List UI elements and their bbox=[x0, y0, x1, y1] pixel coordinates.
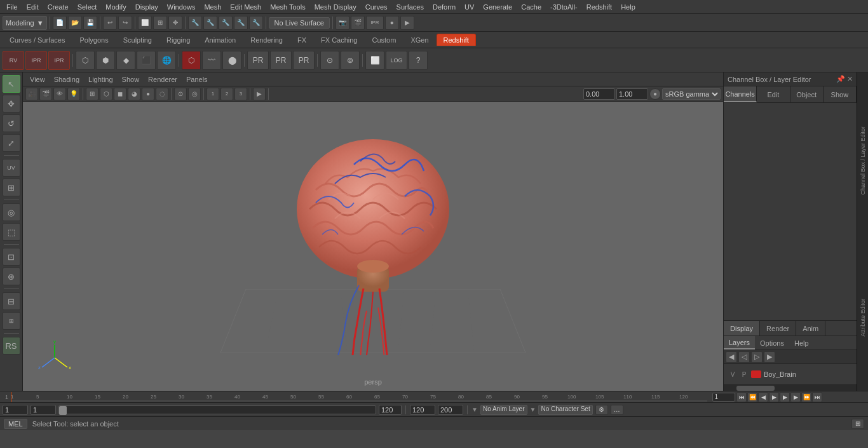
save-file-btn[interactable]: 💾 bbox=[83, 16, 97, 30]
vp-camera-btn[interactable]: 🎥 bbox=[25, 88, 38, 100]
rs-icon-10[interactable]: 〰 bbox=[202, 51, 221, 70]
tab-polygons[interactable]: Polygons bbox=[72, 34, 115, 46]
rs-icon-11[interactable]: ⬤ bbox=[222, 51, 241, 70]
menu-mesh-display[interactable]: Mesh Display bbox=[311, 2, 360, 12]
redshift-btn[interactable]: ● bbox=[385, 16, 399, 30]
curve-btn[interactable]: 🔧 bbox=[234, 16, 248, 30]
menu-cache[interactable]: Cache bbox=[517, 2, 545, 12]
select-btn[interactable]: ⬜ bbox=[138, 16, 152, 30]
rs-icon-5[interactable]: ⬢ bbox=[96, 51, 115, 70]
select-tool-btn[interactable]: ↖ bbox=[3, 75, 20, 93]
menu-select[interactable]: Select bbox=[74, 2, 101, 12]
rs-icon-2[interactable]: IPR bbox=[25, 51, 47, 70]
viewport[interactable]: View Shading Lighting Show Renderer Pane… bbox=[23, 72, 723, 391]
scale-btn[interactable]: ⤢ bbox=[3, 134, 20, 152]
vp-gamma-select[interactable]: sRGB gamma bbox=[662, 88, 721, 100]
vp-isolate-btn[interactable]: ◎ bbox=[188, 88, 201, 100]
ipr-btn[interactable]: IPR bbox=[366, 16, 384, 30]
rp-tab-channels[interactable]: Channels bbox=[724, 86, 757, 102]
menu-create[interactable]: Create bbox=[44, 2, 72, 12]
camera-btn[interactable]: 📷 bbox=[336, 16, 349, 30]
rs-icon-13[interactable]: PR bbox=[270, 51, 292, 70]
vp-shade-btn[interactable]: ◕ bbox=[128, 88, 140, 100]
menu-curves[interactable]: Curves bbox=[362, 2, 391, 12]
vp-menu-shading[interactable]: Shading bbox=[51, 74, 83, 85]
vp-eye-btn[interactable]: 👁 bbox=[53, 88, 66, 100]
prev-frame-btn[interactable]: ◀ bbox=[758, 392, 768, 402]
vp-menu-show[interactable]: Show bbox=[119, 74, 143, 85]
rs-icon-1[interactable]: RV bbox=[3, 51, 24, 70]
layer-next2-btn[interactable]: ▷ bbox=[751, 351, 763, 363]
next-key-btn[interactable]: ⏩ bbox=[801, 392, 811, 402]
snap-btn[interactable]: ⊞ bbox=[153, 16, 167, 30]
lst-tab-layers[interactable]: Layers bbox=[724, 336, 755, 350]
vp-gamma-toggle[interactable]: ● bbox=[649, 88, 661, 100]
no-char-set-dropdown[interactable]: No Character Set bbox=[538, 405, 592, 415]
vp-menu-view[interactable]: View bbox=[27, 74, 48, 85]
playback-end-input[interactable] bbox=[438, 405, 463, 415]
vp-menu-panels[interactable]: Panels bbox=[183, 74, 211, 85]
rs-icon-15[interactable]: ⊙ bbox=[320, 51, 339, 70]
grid-btn[interactable]: ⊕ bbox=[3, 268, 20, 285]
layer-next-btn[interactable]: ▶ bbox=[764, 351, 775, 363]
tab-xgen[interactable]: XGen bbox=[403, 34, 435, 46]
menu-help[interactable]: Help bbox=[617, 2, 639, 12]
rs-icon-7[interactable]: ⬛ bbox=[137, 51, 156, 70]
undo-btn[interactable]: ↩ bbox=[103, 16, 117, 30]
goto-end-btn[interactable]: ⏭ bbox=[812, 392, 822, 402]
menu-modify[interactable]: Modify bbox=[102, 2, 130, 12]
workspace-dropdown[interactable]: Modeling ▼ bbox=[3, 16, 47, 30]
menu-edit-mesh[interactable]: Edit Mesh bbox=[226, 2, 265, 12]
vp-res3-btn[interactable]: 3 bbox=[234, 88, 247, 100]
menu-mesh[interactable]: Mesh bbox=[200, 2, 225, 12]
menu-windows[interactable]: Windows bbox=[163, 2, 200, 12]
snap-grid-btn[interactable]: ⊞ bbox=[3, 179, 20, 196]
show-hide-btn[interactable]: ⬚ bbox=[3, 223, 20, 241]
tab-custom[interactable]: Custom bbox=[365, 34, 403, 46]
vp-grid-btn[interactable]: ⊞ bbox=[86, 88, 98, 100]
menu-file[interactable]: File bbox=[3, 2, 22, 12]
rs-icon-17[interactable]: ⬜ bbox=[365, 51, 384, 70]
range-end-input[interactable] bbox=[379, 405, 402, 415]
end-frame-input2[interactable] bbox=[31, 405, 56, 415]
vp-light-btn[interactable]: 💡 bbox=[67, 88, 80, 100]
quick-layout-btn[interactable]: ⊞ bbox=[3, 312, 20, 330]
transform-btn[interactable]: ✥ bbox=[3, 95, 20, 112]
playback-start-input[interactable] bbox=[410, 405, 435, 415]
rs-icon-4[interactable]: ⬡ bbox=[76, 51, 95, 70]
tab-rigging[interactable]: Rigging bbox=[159, 34, 197, 46]
mel-toggle[interactable]: MEL bbox=[4, 419, 27, 429]
vp-coord-x[interactable] bbox=[583, 88, 615, 100]
layer-item[interactable]: V P Boy_Brain bbox=[726, 367, 854, 382]
panel-pin-btn[interactable]: 📌 bbox=[836, 75, 845, 83]
tab-fx[interactable]: FX bbox=[290, 34, 313, 46]
panel-close-btn[interactable]: ✕ bbox=[847, 75, 853, 83]
goto-start-btn[interactable]: ⏮ bbox=[736, 392, 747, 402]
anim-slider[interactable] bbox=[58, 405, 376, 414]
render2-btn[interactable]: ▶ bbox=[400, 16, 414, 30]
tab-fx-caching[interactable]: FX Caching bbox=[314, 34, 364, 46]
vp-menu-renderer[interactable]: Renderer bbox=[145, 74, 180, 85]
layer-prev-btn[interactable]: ◀ bbox=[726, 351, 737, 363]
lst-tab-options[interactable]: Options bbox=[755, 336, 789, 350]
layer-hscroll-thumb[interactable] bbox=[736, 386, 775, 391]
current-frame-input[interactable] bbox=[712, 393, 735, 402]
menu-mesh-tools[interactable]: Mesh Tools bbox=[266, 2, 309, 12]
tl-track[interactable]: 1 5 10 15 20 25 30 35 40 45 50 55 60 65 … bbox=[11, 392, 707, 402]
play-back-btn[interactable]: ▶ bbox=[769, 392, 779, 402]
tab-animation[interactable]: Animation bbox=[198, 34, 243, 46]
rs-icon-3[interactable]: IPR bbox=[48, 51, 70, 70]
vp-xray-btn[interactable]: ⊙ bbox=[174, 88, 187, 100]
layer-hscroll[interactable] bbox=[724, 384, 857, 391]
rotate-btn[interactable]: ↺ bbox=[3, 114, 20, 132]
vp-shade2-btn[interactable]: ● bbox=[142, 88, 154, 100]
render-region-btn[interactable]: ⊟ bbox=[3, 292, 20, 310]
rs-icon-12[interactable]: PR bbox=[247, 51, 269, 70]
vp-wireframe-btn[interactable]: ⬡ bbox=[100, 88, 112, 100]
layer-tab-anim[interactable]: Anim bbox=[796, 321, 825, 336]
rs-icon-14[interactable]: PR bbox=[293, 51, 315, 70]
rp-tab-show[interactable]: Show bbox=[824, 86, 857, 102]
rs-icon-18[interactable]: LOG bbox=[386, 51, 407, 70]
open-file-btn[interactable]: 📂 bbox=[68, 16, 82, 30]
menu-deform[interactable]: Deform bbox=[429, 2, 459, 12]
